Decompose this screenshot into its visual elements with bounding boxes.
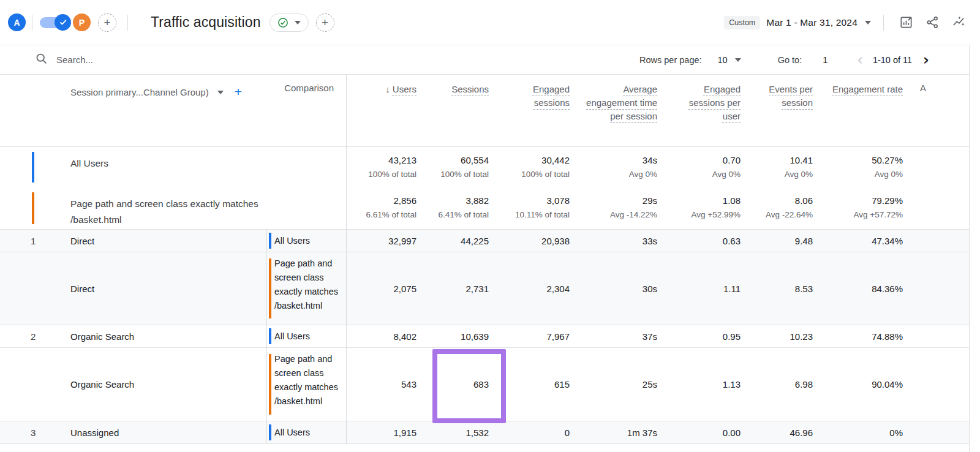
go-to-label: Go to: [778, 55, 802, 65]
date-range-type-chip: Custom [724, 16, 760, 29]
go-to-page-input[interactable]: 1 [823, 55, 827, 65]
share-button[interactable] [924, 15, 940, 31]
avatar[interactable]: A [8, 13, 26, 31]
totals-label-cell: Page path and screen class exactly match… [31, 187, 346, 229]
spacer [919, 421, 948, 443]
cell-sessions-highlighted: 683 [432, 348, 505, 421]
cell-engaged-sessions: 3,07810.11% of total [505, 187, 586, 229]
column-header-sessions[interactable]: Sessions [432, 75, 505, 146]
cell-avg-engagement-time: 29sAvg -14.22% [586, 187, 673, 229]
dimension-dropdown-icon[interactable] [217, 91, 224, 94]
cell-engaged-sessions-per-user: 1.11 [673, 252, 756, 325]
insights-sparkline-icon [952, 15, 966, 29]
column-header-engagement-rate[interactable]: Engagement rate [829, 75, 919, 146]
ga4-traffic-acquisition-report: A P + Traffic acquisition + Custom Mar 1… [0, 0, 980, 452]
spacer [919, 325, 948, 347]
sort-descending-icon: ↓ [385, 83, 390, 96]
next-page-button[interactable]: › [923, 53, 929, 67]
cell-events-per-session: 8.06Avg -22.64% [756, 187, 829, 229]
table-row[interactable]: 1 Direct All Users 32,997 44,225 20,938 … [0, 230, 969, 252]
rows-per-page-value[interactable]: 10 [718, 55, 728, 65]
table-toolbar: Rows per page: 10 Go to: 1 ‹ 1-10 of 11 … [0, 45, 969, 75]
rows-per-page-label: Rows per page: [639, 55, 702, 65]
cell-engaged-sessions: 20,938 [505, 230, 586, 252]
toggle-knob [55, 14, 71, 31]
channel-name: Direct [55, 252, 266, 325]
cell-engaged-sessions: 615 [505, 348, 586, 421]
column-header-avg-engagement-time[interactable]: Average engagement time per session [586, 75, 673, 146]
table-row[interactable]: 2 Organic Search All Users 8,402 10,639 … [0, 325, 969, 348]
divider [883, 15, 884, 31]
insights-button[interactable] [951, 15, 967, 31]
add-comparison-button[interactable]: + [98, 13, 116, 32]
all-users-accent-bar [269, 328, 271, 344]
cell-users: 32,997 [346, 230, 432, 252]
column-header-users[interactable]: ↓Users [346, 75, 432, 146]
cell-engaged-sessions-per-user: 0.95 [673, 325, 756, 347]
cell-events-per-session: 10.41Avg 0% [756, 147, 829, 187]
cell-events-per-session: 10.23 [756, 325, 829, 347]
cell-avg-engagement-time: 30s [586, 252, 673, 325]
comparison-cell: All Users [266, 325, 346, 347]
cell-users: 543 [346, 348, 432, 421]
cell-engaged-sessions: 2,304 [505, 252, 586, 325]
row-number: 1 [31, 230, 55, 252]
cell-events-per-session: 9.48 [756, 230, 829, 252]
previous-page-button[interactable]: ‹ [857, 53, 863, 67]
property-badge[interactable]: P [73, 13, 91, 31]
spacer [919, 252, 948, 325]
spacer [919, 147, 948, 187]
rows-per-page-dropdown[interactable] [735, 58, 741, 62]
comparison-cell: All Users [266, 421, 346, 443]
segment-accent-bar [32, 192, 34, 224]
cell-avg-engagement-time: 37s [586, 325, 673, 347]
comparison-cell: Page path and screen class exactly match… [266, 252, 346, 325]
channel-name: Unassigned [55, 421, 266, 443]
totals-row-all-users[interactable]: All Users 43,213100% of total 60,554100%… [0, 147, 969, 187]
row-number: 2 [31, 325, 55, 347]
segment-accent-bar [269, 354, 271, 415]
property-badge-letter: P [79, 18, 85, 28]
totals-row-basket-segment[interactable]: Page path and screen class exactly match… [0, 187, 969, 230]
segment-accent-bar [269, 258, 271, 318]
comparison-column-header: Comparison [266, 75, 346, 146]
column-header-engaged-sessions-per-user[interactable]: Engaged sessions per user [673, 75, 756, 146]
table-row[interactable]: Organic Search Page path and screen clas… [0, 348, 969, 421]
all-users-accent-bar [269, 424, 271, 440]
row-number [31, 348, 55, 421]
spacer [919, 348, 948, 421]
chart-edit-icon [899, 15, 913, 29]
cell-users: 2,8566.61% of total [346, 187, 432, 229]
cell-engaged-sessions: 0 [505, 421, 586, 443]
channel-name: Direct [55, 230, 266, 252]
plus-icon: + [322, 16, 328, 29]
table-row[interactable]: 3 Unassigned All Users 1,915 1,532 0 1m … [0, 421, 969, 444]
dimension-selector[interactable]: Session primary...Channel Group) [70, 87, 209, 97]
column-header-engaged-sessions[interactable]: Engaged sessions [505, 75, 586, 146]
add-report-button[interactable]: + [316, 13, 334, 32]
channel-name: Organic Search [55, 348, 266, 421]
cell-engagement-rate: 50.27%Avg 0% [829, 147, 919, 187]
report-table-card: Rows per page: 10 Go to: 1 ‹ 1-10 of 11 … [0, 45, 970, 452]
comparison-toggle[interactable] [40, 17, 67, 28]
cell-sessions: 3,8826.41% of total [432, 187, 505, 229]
divider [127, 15, 128, 31]
column-header-events-per-session[interactable]: Events per session [756, 75, 829, 146]
table-header-row: Session primary...Channel Group) + Compa… [0, 75, 969, 147]
search-input[interactable] [56, 55, 363, 65]
cell-events-per-session: 8.53 [756, 252, 829, 325]
report-status-pill[interactable] [270, 13, 309, 32]
cell-avg-engagement-time: 1m 37s [586, 421, 673, 443]
table-row[interactable]: Direct Page path and screen class exactl… [0, 252, 969, 325]
cell-avg-engagement-time: 25s [586, 348, 673, 421]
date-range-dropdown[interactable] [865, 21, 871, 24]
row-number [31, 252, 55, 325]
cell-engaged-sessions: 7,967 [505, 325, 586, 347]
add-dimension-button[interactable]: + [235, 85, 242, 99]
cell-engagement-rate: 74.88% [829, 325, 919, 347]
customize-report-button[interactable] [898, 15, 914, 31]
clipped-next-column: A [919, 75, 948, 146]
top-header-bar: A P + Traffic acquisition + Custom Mar 1… [0, 0, 980, 45]
all-users-accent-bar [32, 152, 34, 183]
avatar-letter: A [13, 18, 20, 28]
